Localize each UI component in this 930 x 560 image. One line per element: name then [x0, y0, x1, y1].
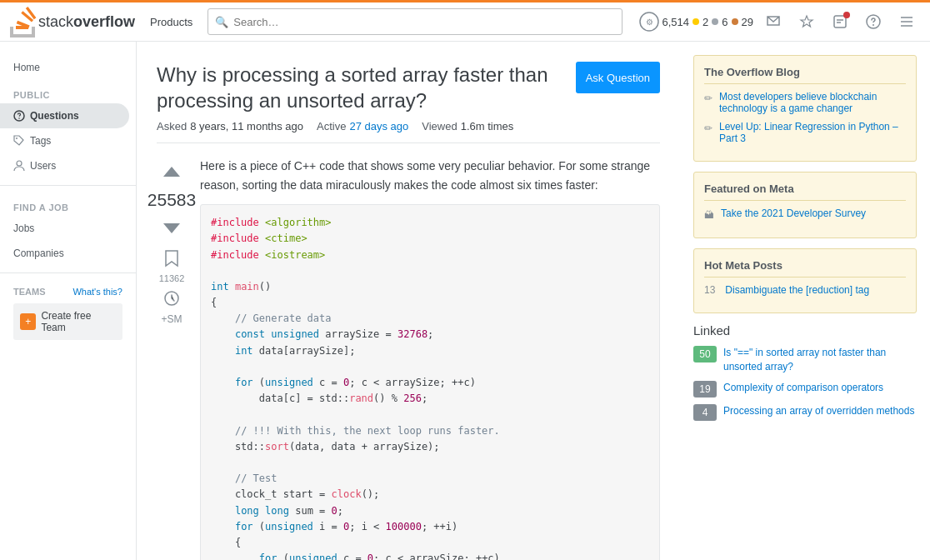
- left-sidebar: Home PUBLIC Questions Tags Users FIND A …: [0, 42, 137, 560]
- blog-link-2[interactable]: Level Up: Linear Regression in Python – …: [719, 121, 906, 144]
- linked-title: Linked: [693, 323, 917, 338]
- history-icon: [164, 291, 179, 306]
- linked-item-1: 50 Is "==" in sorted array not faster th…: [693, 346, 917, 374]
- bookmark-button[interactable]: [157, 247, 187, 270]
- bronze-count: 29: [742, 16, 753, 28]
- hot-item-1: 13 Disambiguate the [reduction] tag: [704, 284, 906, 296]
- sidebar-item-questions[interactable]: Questions: [0, 103, 129, 128]
- blog-item-2: ✏ Level Up: Linear Regression in Python …: [704, 121, 906, 144]
- linked-link-2[interactable]: Complexity of comparison operators: [723, 381, 883, 395]
- inbox-button[interactable]: [760, 8, 787, 35]
- question-title-row: Why is processing a sorted array faster …: [157, 62, 660, 113]
- tags-icon: [13, 135, 25, 147]
- hot-link-1[interactable]: Disambiguate the [reduction] tag: [725, 284, 869, 296]
- viewed-value: 1.6m times: [461, 120, 514, 132]
- whats-this-link[interactable]: What's this?: [72, 287, 122, 297]
- tags-label: Tags: [30, 135, 51, 147]
- linked-link-3[interactable]: Processing an array of overridden method…: [723, 404, 914, 418]
- achievements-icon: ⚙: [639, 12, 659, 32]
- silver-count: 6: [722, 16, 728, 28]
- linked-badge-1: 50: [693, 346, 717, 362]
- pencil-icon-1: ✏: [704, 92, 712, 104]
- public-section-header: PUBLIC: [0, 80, 136, 103]
- linked-link-1[interactable]: Is "==" in sorted array not faster than …: [723, 346, 917, 374]
- inbox-icon: [766, 14, 781, 29]
- home-label: Home: [13, 62, 40, 73]
- viewed-label: Viewed: [422, 120, 457, 132]
- history-button[interactable]: [157, 287, 187, 310]
- svg-point-4: [872, 24, 874, 26]
- right-sidebar: The Overflow Blog ✏ Most developers beli…: [680, 42, 930, 560]
- trophy-icon: [799, 14, 814, 29]
- sidebar-item-home[interactable]: Home: [0, 55, 129, 80]
- sidebar-item-companies[interactable]: Companies: [0, 241, 129, 266]
- companies-label: Companies: [13, 248, 64, 259]
- ask-question-button[interactable]: Ask Question: [576, 62, 660, 93]
- create-team-button[interactable]: + Create free Team: [13, 303, 122, 340]
- meta-icon-1: 🏔: [704, 209, 714, 221]
- hot-meta-box: Hot Meta Posts 13 Disambiguate the [redu…: [693, 248, 917, 313]
- hot-item-count-1: 13: [704, 284, 715, 296]
- upvote-arrow[interactable]: [163, 167, 180, 177]
- post-text: Here is a piece of C++ code that shows s…: [200, 157, 660, 194]
- bookmark-icon: [164, 249, 179, 268]
- code-block: #include <algorithm> #include <ctime> #i…: [200, 204, 660, 560]
- linked-item-2: 19 Complexity of comparison operators: [693, 381, 917, 398]
- header-icons: ⚙ 6,514 2 6 29: [639, 8, 920, 35]
- linked-section: Linked 50 Is "==" in sorted array not fa…: [693, 323, 917, 421]
- sidebar-item-users[interactable]: Users: [0, 153, 129, 178]
- overflow-blog-title: The Overflow Blog: [704, 66, 906, 84]
- search-bar[interactable]: 🔍: [208, 8, 622, 35]
- help-icon: [866, 14, 881, 29]
- vote-count: 25583: [148, 190, 196, 210]
- question-title: Why is processing a sorted array faster …: [157, 62, 562, 113]
- asked-value: 8 years, 11 months ago: [190, 120, 303, 132]
- asked-meta: Asked 8 years, 11 months ago: [157, 120, 303, 132]
- blog-link-1[interactable]: Most developers believe blockchain techn…: [719, 91, 906, 114]
- search-input[interactable]: [233, 16, 614, 28]
- sidebar-item-jobs[interactable]: Jobs: [0, 216, 129, 241]
- active-value[interactable]: 27 days ago: [349, 120, 408, 132]
- blog-item-1: ✏ Most developers believe blockchain tec…: [704, 91, 906, 114]
- downvote-arrow[interactable]: [163, 223, 180, 233]
- logo[interactable]: stackoverflow: [10, 7, 135, 38]
- teams-section: TEAMS What's this? + Create free Team: [0, 280, 136, 347]
- header: stackoverflow Products 🔍 ⚙ 6,514 2 6 29: [0, 0, 930, 42]
- linked-item-3: 4 Processing an array of overridden meth…: [693, 404, 917, 421]
- review-notification-dot: [843, 12, 850, 18]
- help-button[interactable]: [860, 8, 887, 35]
- hamburger-button[interactable]: [893, 8, 920, 35]
- vote-extra[interactable]: +SM: [161, 313, 182, 325]
- review-button[interactable]: [827, 8, 853, 35]
- downvote-button[interactable]: [157, 213, 187, 243]
- teams-section-label: TEAMS: [13, 287, 46, 297]
- question-meta: Asked 8 years, 11 months ago Active 27 d…: [157, 120, 660, 132]
- create-team-icon: +: [20, 313, 36, 330]
- achievements-button[interactable]: [793, 8, 820, 35]
- featured-link-1[interactable]: Take the 2021 Developer Survey: [721, 208, 866, 219]
- questions-icon: [13, 110, 25, 122]
- create-team-label: Create free Team: [41, 310, 116, 333]
- featured-item-1: 🏔 Take the 2021 Developer Survey: [704, 208, 906, 221]
- featured-meta-title: Featured on Meta: [704, 182, 906, 201]
- vote-cell: 25583 11362 +SM: [157, 157, 187, 560]
- question-header: Why is processing a sorted array faster …: [157, 62, 660, 143]
- upvote-button[interactable]: [157, 157, 187, 187]
- reputation-badge: ⚙ 6,514 2 6 29: [639, 12, 753, 32]
- products-nav[interactable]: Products: [145, 12, 198, 32]
- asked-label: Asked: [157, 120, 187, 132]
- users-label: Users: [30, 160, 56, 172]
- pencil-icon-2: ✏: [704, 122, 712, 134]
- users-icon: [13, 160, 25, 172]
- svg-point-7: [16, 138, 18, 139]
- logo-text: stackoverflow: [38, 13, 135, 31]
- hamburger-icon: [899, 14, 914, 29]
- svg-text:⚙: ⚙: [645, 18, 652, 27]
- questions-label: Questions: [30, 110, 79, 122]
- bookmark-count: 11362: [159, 273, 185, 283]
- silver-dot: [712, 18, 718, 25]
- main-content: Why is processing a sorted array faster …: [137, 42, 680, 560]
- sidebar-item-tags[interactable]: Tags: [0, 128, 129, 153]
- gold-count: 2: [702, 16, 708, 28]
- active-label: Active: [317, 120, 346, 132]
